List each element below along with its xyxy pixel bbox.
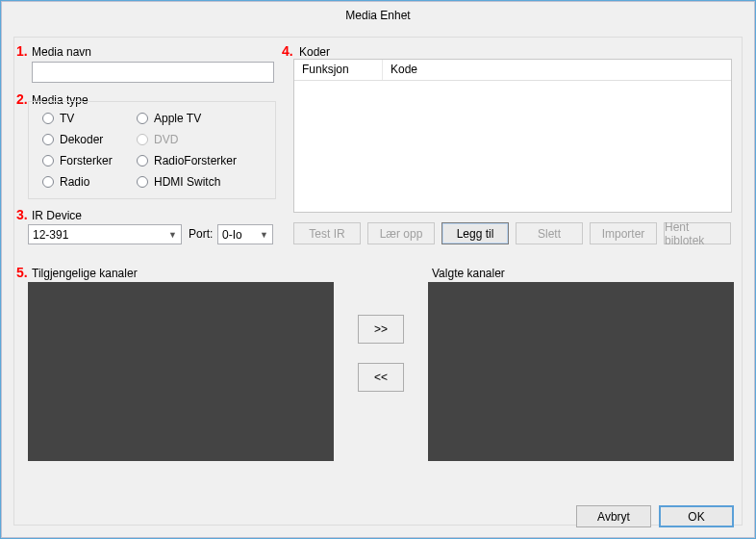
ir-device-label: IR Device (32, 209, 82, 222)
radio-hdmi-switch-label: HDMI Switch (154, 175, 220, 189)
radio-apple-tv-label: Apple TV (154, 112, 201, 125)
radio-dekoder[interactable]: Dekoder (42, 133, 103, 146)
col-kode[interactable]: Kode (383, 60, 731, 80)
selected-channels-list[interactable] (428, 282, 734, 461)
radio-radio[interactable]: Radio (42, 175, 89, 189)
hent-biblotek-button: Hent biblotek (664, 222, 731, 244)
media-navn-label: Media navn (32, 45, 91, 59)
port-label: Port: (189, 227, 213, 241)
dialog-window: Media Enhet 1. 2. 3. 4. 5. Media navn Me… (1, 1, 755, 538)
radio-dvd: DVD (137, 133, 178, 146)
test-ir-button: Test IR (293, 222, 361, 244)
annotation-3: 3. (16, 207, 28, 222)
radio-tv-label: TV (60, 112, 74, 125)
radio-tv[interactable]: TV (42, 112, 74, 125)
col-funksjon[interactable]: Funksjon (294, 60, 383, 80)
media-navn-input[interactable] (32, 62, 274, 83)
avbryt-button[interactable]: Avbryt (576, 505, 651, 527)
ok-button[interactable]: OK (659, 505, 734, 527)
radio-radio-label: Radio (60, 175, 89, 189)
title-bar: Media Enhet (2, 2, 754, 29)
radio-radioforsterker-label: RadioForsterker (154, 154, 237, 167)
move-left-button[interactable]: << (358, 363, 404, 392)
koder-header: Funksjon Kode (294, 60, 731, 81)
port-select[interactable]: 0-Io ▼ (217, 224, 273, 244)
slett-button: Slett (516, 222, 583, 244)
importer-button: Importer (590, 222, 657, 244)
radio-forsterker[interactable]: Forsterker (42, 154, 113, 167)
port-value: 0-Io (222, 228, 242, 242)
annotation-1: 1. (16, 43, 28, 59)
ir-device-select[interactable]: 12-391 ▼ (28, 224, 182, 244)
koder-table[interactable]: Funksjon Kode (293, 59, 732, 213)
chevron-down-icon: ▼ (260, 230, 268, 240)
radio-hdmi-switch[interactable]: HDMI Switch (137, 175, 220, 189)
annotation-5: 5. (16, 265, 28, 280)
annotation-2: 2. (16, 91, 28, 107)
legg-til-button[interactable]: Legg til (441, 222, 509, 244)
ir-device-value: 12-391 (33, 228, 68, 242)
selected-channels-label: Valgte kanaler (432, 267, 505, 280)
available-channels-list[interactable] (28, 282, 334, 461)
koder-label: Koder (299, 45, 330, 59)
annotation-4: 4. (282, 43, 293, 59)
radio-dvd-label: DVD (154, 133, 178, 146)
radio-apple-tv[interactable]: Apple TV (137, 112, 201, 125)
radio-forsterker-label: Forsterker (60, 154, 113, 167)
move-right-button[interactable]: >> (358, 315, 404, 344)
media-type-group: TV Dekoder Forsterker Radio Apple TV DVD… (28, 101, 276, 199)
chevron-down-icon: ▼ (168, 230, 177, 240)
radio-dekoder-label: Dekoder (60, 133, 103, 146)
available-channels-label: Tilgjengelige kanaler (32, 267, 138, 280)
window-title: Media Enhet (345, 9, 410, 22)
content-panel: 1. 2. 3. 4. 5. Media navn Media type TV … (13, 37, 743, 526)
laer-opp-button: Lær opp (367, 222, 435, 244)
radio-radioforsterker[interactable]: RadioForsterker (137, 154, 237, 167)
